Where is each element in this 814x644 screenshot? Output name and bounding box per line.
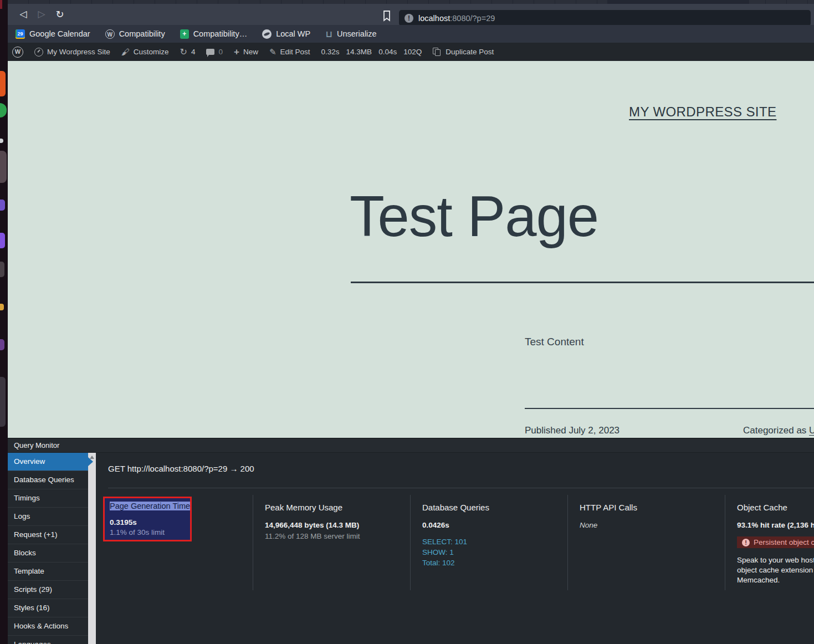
object-cache-value: 93.1% hit rate (2,136 hits, 159 misses) xyxy=(737,521,814,529)
bookmark-google-calendar[interactable]: 29 Google Calendar xyxy=(16,29,90,39)
dock-app-icon[interactable] xyxy=(0,262,4,277)
qm-menu-scripts[interactable]: Scripts (29) xyxy=(8,581,88,599)
qm-cell-database-queries: Database Queries 0.0426s SELECT: 101 SHO… xyxy=(411,495,568,590)
url-bar[interactable]: ! localhost:8080/?p=29 xyxy=(399,10,811,26)
admin-bar-customize[interactable]: 🖌︎ Customize xyxy=(116,43,175,61)
warning-text: Persistent object cache plugin not in us… xyxy=(754,538,814,546)
pencil-icon: ✎ xyxy=(269,47,277,57)
dock-app-icon[interactable] xyxy=(0,377,6,427)
qm-stat-queries: 102Q xyxy=(403,48,422,56)
plus-icon: + xyxy=(234,47,239,58)
qm-menu-database-queries[interactable]: Database Queries xyxy=(8,471,88,489)
admin-bar-comments[interactable]: 0 xyxy=(201,43,228,61)
bookmark-local-wp[interactable]: Local WP xyxy=(262,29,310,39)
dock-app-icon[interactable] xyxy=(0,139,3,143)
admin-bar-edit-post[interactable]: ✎ Edit Post xyxy=(264,43,316,61)
total-queries-link[interactable]: Total: 102 xyxy=(422,558,556,568)
divider xyxy=(525,408,814,409)
reload-button[interactable]: ↻ xyxy=(52,7,68,22)
browser-toolbar: ◁ ▷ ↻ ! localhost:8080/?p=29 xyxy=(8,4,814,25)
bookmarks-bar: 29 Google Calendar W Compatibility + Com… xyxy=(8,25,814,43)
qm-overview-columns: Page Generation Time 0.3195s 1.1% of 30s… xyxy=(108,495,814,590)
back-icon: ◁ xyxy=(19,9,27,19)
url-path: :8080/?p=29 xyxy=(450,14,495,23)
admin-bar-updates[interactable]: ↻ 4 xyxy=(175,43,201,61)
object-cache-advice: Speak to your web host about installing … xyxy=(737,555,814,585)
dock-app-icon[interactable] xyxy=(0,103,7,117)
published-date: Published July 2, 2023 xyxy=(525,425,620,436)
desktop-dock-strip xyxy=(0,0,8,644)
memory-title: Peak Memory Usage xyxy=(265,503,399,512)
dock-app-icon[interactable] xyxy=(0,0,2,9)
sheets-icon: + xyxy=(180,29,189,39)
qm-stat-dbtime: 0.04s xyxy=(378,48,397,56)
admin-bar-qm-stats[interactable]: 0.32s 14.3MB 0.04s 102Q xyxy=(316,48,428,56)
select-queries-link[interactable]: SELECT: 101 xyxy=(422,537,556,547)
category-link[interactable]: Uncategorized xyxy=(809,425,814,436)
comments-count: 0 xyxy=(218,48,223,56)
show-queries-link[interactable]: SHOW: 1 xyxy=(422,548,556,558)
customize-brush-icon: 🖌︎ xyxy=(121,47,130,57)
warning-icon: ! xyxy=(742,539,750,546)
qm-menu-logs[interactable]: Logs xyxy=(8,508,88,526)
admin-bar-new[interactable]: + New xyxy=(228,43,264,61)
screen: ◁ ▷ ↻ ! localhost:8080/?p=29 29 Google C… xyxy=(0,0,814,644)
qm-menu-hooks-actions[interactable]: Hooks & Actions xyxy=(8,617,88,636)
qm-menu-timings[interactable]: Timings xyxy=(8,489,88,508)
wp-logo-menu[interactable]: W xyxy=(8,43,29,61)
qm-menu-styles[interactable]: Styles (16) xyxy=(8,599,88,617)
categorized-prefix: Categorized as xyxy=(743,425,809,436)
browser-tab xyxy=(607,0,749,4)
qm-menu-languages[interactable]: Languages xyxy=(8,636,88,644)
qm-menu-blocks[interactable]: Blocks xyxy=(8,544,88,563)
forward-icon: ▷ xyxy=(38,9,45,19)
browser-window: ◁ ▷ ↻ ! localhost:8080/?p=29 29 Google C… xyxy=(8,0,814,644)
qm-sidebar-scrollbar[interactable] xyxy=(88,453,96,644)
qm-menu-request[interactable]: Request (+1) xyxy=(8,526,88,544)
browser-tab-strip xyxy=(8,0,814,4)
dock-app-icon[interactable] xyxy=(0,233,5,248)
site-title-link[interactable]: MY WORDPRESS SITE xyxy=(629,104,776,120)
qm-stat-time: 0.32s xyxy=(321,48,340,56)
database-queries-title: Database Queries xyxy=(422,503,556,512)
qm-cell-memory: Peak Memory Usage 14,966,448 bytes (14.3… xyxy=(253,495,411,590)
unserialize-icon: ⊔ xyxy=(325,29,332,39)
post-content: Test Content xyxy=(525,336,584,348)
bookmark-label: Compatibility… xyxy=(193,29,248,38)
wordpress-logo-icon: W xyxy=(12,47,23,58)
admin-bar-site-name[interactable]: My Wordpress Site xyxy=(29,43,116,61)
site-page: MY WORDPRESS SITE Test Page Test Content… xyxy=(8,61,814,438)
qm-cell-page-generation: Page Generation Time 0.3195s 1.1% of 30s… xyxy=(108,495,253,590)
page-generation-highlight-box: Page Generation Time 0.3195s 1.1% of 30s… xyxy=(103,497,192,541)
http-api-value: None xyxy=(580,521,714,529)
bookmark-this-page-button[interactable] xyxy=(382,10,393,22)
memory-value: 14,966,448 bytes (14.3 MB) xyxy=(265,521,399,529)
dock-app-icon[interactable] xyxy=(0,151,7,183)
bookmark-compatibility-2[interactable]: + Compatibility… xyxy=(180,29,248,39)
dock-app-icon[interactable] xyxy=(0,71,6,96)
site-info-icon[interactable]: ! xyxy=(405,14,413,23)
object-cache-title: Object Cache xyxy=(737,503,814,512)
qm-menu-template[interactable]: Template xyxy=(8,563,88,581)
qm-menu-overview[interactable]: Overview xyxy=(8,453,88,471)
bookmark-unserialize[interactable]: ⊔ Unserialize xyxy=(325,29,376,39)
dock-app-icon[interactable] xyxy=(0,200,5,211)
object-cache-warning-badge: ! Persistent object cache plugin not in … xyxy=(737,536,814,548)
qm-request-line: GET http://localhost:8080/?p=29 → 200 xyxy=(108,464,814,473)
back-button[interactable]: ◁ xyxy=(16,7,31,22)
comments-icon xyxy=(206,49,214,55)
site-name-label: My Wordpress Site xyxy=(47,48,110,56)
post-title: Test Page xyxy=(350,184,598,249)
admin-bar-duplicate-post[interactable]: Duplicate Post xyxy=(427,43,499,61)
dock-app-icon[interactable] xyxy=(0,304,4,310)
dock-app-icon[interactable] xyxy=(0,339,4,350)
qm-title: Query Monitor xyxy=(8,438,814,453)
forward-button[interactable]: ▷ xyxy=(34,7,49,22)
memory-limit: 11.2% of 128 MB server limit xyxy=(265,532,399,540)
duplicate-post-label: Duplicate Post xyxy=(446,48,494,56)
bookmark-icon xyxy=(382,10,393,22)
http-api-title: HTTP API Calls xyxy=(580,503,714,512)
divider xyxy=(351,282,814,283)
bookmark-compatibility[interactable]: W Compatibility xyxy=(105,29,165,39)
local-wp-icon xyxy=(262,29,272,39)
